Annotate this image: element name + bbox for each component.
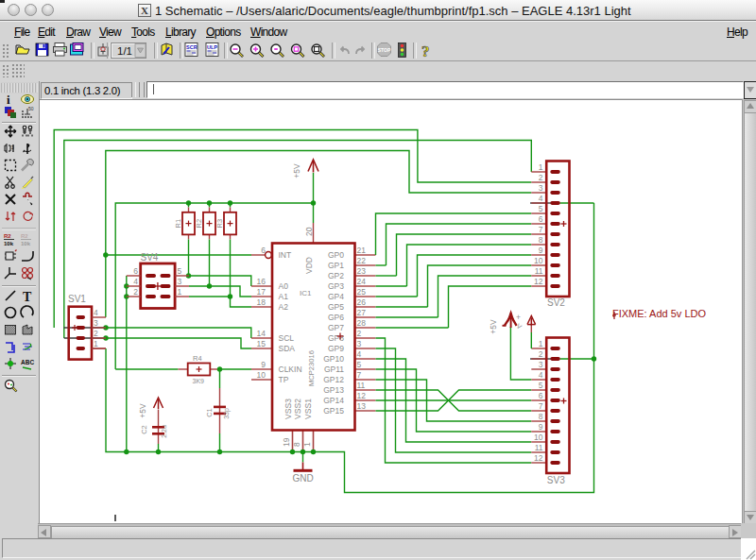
svg-text:8: 8 — [539, 412, 543, 421]
svg-text:26: 26 — [357, 297, 367, 307]
svg-text:GP3: GP3 — [328, 281, 344, 291]
svg-text:GP11: GP11 — [324, 365, 344, 374]
svg-text:VDD: VDD — [304, 257, 314, 274]
svg-text:6: 6 — [261, 246, 266, 255]
svg-text:5: 5 — [539, 204, 543, 213]
svg-text:1: 1 — [539, 162, 543, 172]
svg-text:R2: R2 — [4, 233, 11, 239]
svg-text:24: 24 — [357, 277, 367, 286]
svg-text:2: 2 — [133, 287, 138, 297]
svg-text:33p: 33p — [223, 408, 231, 419]
svg-text:6: 6 — [133, 266, 138, 276]
svg-text:GP1: GP1 — [328, 261, 344, 270]
svg-text:C1: C1 — [205, 408, 214, 417]
svg-text:GP8: GP8 — [328, 333, 344, 343]
svg-text:3: 3 — [539, 183, 543, 193]
svg-text:7: 7 — [357, 370, 362, 380]
svg-text:SV3: SV3 — [547, 475, 565, 485]
svg-text:14: 14 — [257, 329, 266, 338]
svg-text:ULP: ULP — [207, 44, 217, 50]
svg-text:1: 1 — [94, 339, 98, 348]
svg-text:21: 21 — [357, 246, 367, 255]
svg-text:CLKIN: CLKIN — [279, 365, 302, 374]
svg-text:A1: A1 — [279, 292, 289, 301]
svg-text:12: 12 — [357, 391, 367, 400]
svg-text:4: 4 — [357, 349, 362, 359]
svg-text:19: 19 — [282, 437, 291, 447]
svg-text:25: 25 — [357, 287, 367, 297]
svg-text:SV1: SV1 — [68, 294, 86, 304]
svg-text:5: 5 — [539, 381, 543, 390]
svg-text:IC1: IC1 — [300, 289, 312, 297]
svg-text:1/1: 1/1 — [117, 45, 132, 57]
svg-text:2: 2 — [94, 329, 98, 338]
svg-text:1: 1 — [178, 287, 182, 297]
svg-text:GP10: GP10 — [323, 354, 344, 364]
svg-text:11: 11 — [535, 266, 543, 276]
svg-text:GP13: GP13 — [323, 385, 344, 395]
svg-text:R1: R1 — [174, 219, 182, 229]
svg-text:GP7: GP7 — [328, 323, 344, 332]
svg-text:22: 22 — [357, 256, 367, 265]
svg-text:9: 9 — [261, 360, 266, 369]
svg-text:11: 11 — [535, 443, 543, 452]
svg-text:2.2u: 2.2u — [161, 425, 167, 438]
svg-text:3: 3 — [11, 144, 14, 150]
svg-text:?: ? — [421, 42, 430, 60]
svg-text:+5V: +5V — [489, 319, 498, 334]
svg-text:9: 9 — [539, 246, 543, 255]
svg-text:5: 5 — [178, 266, 182, 276]
svg-text:12: 12 — [534, 277, 543, 286]
svg-text:MCP23016: MCP23016 — [307, 350, 316, 386]
svg-text:3: 3 — [539, 360, 543, 369]
svg-text:VSS1: VSS1 — [303, 399, 313, 419]
svg-text:13: 13 — [357, 401, 367, 411]
svg-text:R3: R3 — [215, 219, 224, 229]
svg-text:STOP: STOP — [378, 47, 391, 53]
svg-text:3K9: 3K9 — [193, 378, 205, 384]
svg-text:28: 28 — [357, 318, 367, 328]
svg-text:GP6: GP6 — [328, 313, 344, 322]
svg-text:27: 27 — [357, 308, 367, 317]
svg-text:1: 1 — [302, 442, 312, 447]
svg-text:GP9: GP9 — [328, 344, 344, 353]
svg-text:7: 7 — [539, 225, 543, 234]
svg-text:12: 12 — [534, 453, 543, 463]
svg-text:R2: R2 — [21, 233, 28, 239]
svg-text:8: 8 — [292, 442, 301, 447]
svg-text:2: 2 — [539, 349, 543, 359]
svg-text:17: 17 — [257, 287, 266, 297]
svg-text:GP5: GP5 — [328, 302, 344, 312]
svg-text:20: 20 — [304, 227, 314, 236]
svg-text:11: 11 — [357, 381, 366, 390]
svg-text:GND: GND — [292, 473, 313, 484]
svg-text:INT: INT — [279, 250, 292, 260]
svg-text:3: 3 — [178, 277, 182, 286]
svg-text:2: 2 — [357, 329, 362, 338]
svg-text:+5V: +5V — [292, 163, 301, 178]
svg-text:5: 5 — [357, 360, 362, 369]
svg-text:6: 6 — [539, 391, 543, 400]
svg-text:SV2: SV2 — [547, 297, 565, 308]
svg-text:4: 4 — [539, 370, 543, 380]
svg-text:ABC: ABC — [21, 359, 34, 365]
svg-text:+5V: +5V — [138, 403, 147, 418]
svg-text:GP12: GP12 — [323, 375, 344, 384]
svg-text:SV4: SV4 — [141, 252, 159, 263]
svg-text:18: 18 — [257, 297, 266, 307]
svg-text:9: 9 — [539, 422, 543, 432]
svg-text:8: 8 — [539, 235, 543, 245]
svg-text:7: 7 — [539, 401, 543, 411]
svg-text:15: 15 — [257, 339, 266, 348]
svg-text:1: 1 — [539, 339, 543, 348]
svg-text:GP0: GP0 — [328, 250, 344, 260]
svg-text:2: 2 — [539, 173, 543, 182]
svg-text:10: 10 — [257, 370, 266, 380]
svg-text:4: 4 — [94, 308, 98, 317]
svg-text:23: 23 — [357, 266, 367, 276]
svg-text:SCR: SCR — [186, 44, 198, 50]
svg-text:SDA: SDA — [279, 344, 296, 353]
svg-text:V: V — [516, 322, 524, 331]
svg-text:VSS3: VSS3 — [284, 399, 293, 419]
svg-text:GP14: GP14 — [323, 396, 344, 405]
